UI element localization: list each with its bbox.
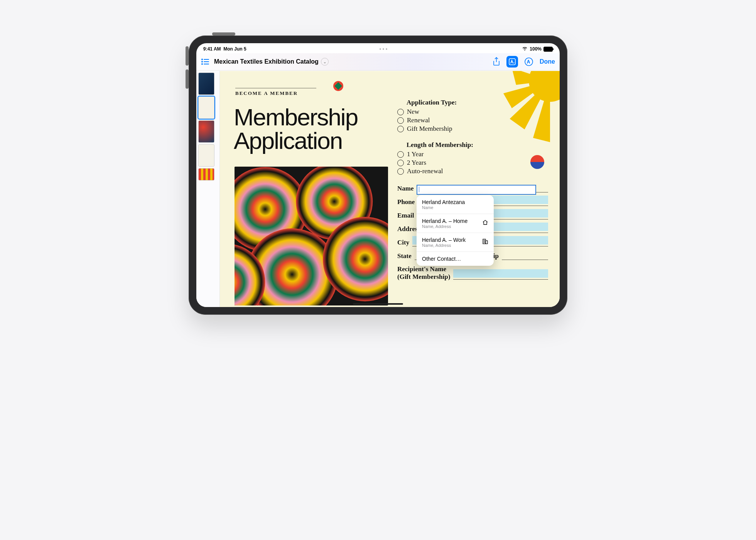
svg-point-2 bbox=[202, 61, 202, 62]
radio-renewal[interactable]: Renewal bbox=[397, 116, 548, 124]
sidebar-toggle-icon[interactable] bbox=[201, 58, 209, 65]
chevron-down-icon: ⌄ bbox=[321, 58, 329, 66]
radio-auto[interactable]: Auto-renewal bbox=[397, 167, 548, 175]
radio-2years[interactable]: 2 Years bbox=[397, 159, 548, 167]
volume-down bbox=[186, 69, 189, 89]
label-recipient: Recipient's Name (Gift Membership) bbox=[397, 265, 450, 281]
ipad-frame: 9:41 AM Mon Jun 5 ••• 100% Mexican Texti… bbox=[189, 35, 567, 315]
autofill-contact-home[interactable]: Herland A. – HomeName, Address bbox=[417, 214, 494, 233]
length-heading: Length of Membership: bbox=[407, 141, 548, 149]
toolbar: Mexican Textiles Exhibition Catalog ⌄ Do… bbox=[196, 53, 560, 71]
document-canvas: BECOME A MEMBER Membership Application bbox=[220, 71, 560, 307]
status-bar: 9:41 AM Mon Jun 5 ••• 100% bbox=[196, 43, 560, 53]
thumbnail-page-5[interactable] bbox=[198, 168, 214, 181]
volume-up bbox=[186, 46, 189, 66]
status-date: Mon Jun 5 bbox=[223, 46, 246, 52]
radio-icon bbox=[397, 160, 404, 166]
svg-rect-20 bbox=[486, 241, 488, 244]
radio-icon bbox=[397, 117, 404, 124]
label-state: State bbox=[397, 252, 412, 260]
battery-pct: 100% bbox=[530, 46, 542, 52]
status-time: 9:41 AM bbox=[203, 46, 221, 52]
label-phone: Phone bbox=[397, 198, 415, 206]
svg-point-4 bbox=[202, 64, 202, 64]
field-recipient[interactable] bbox=[453, 272, 548, 280]
kicker-rule bbox=[235, 88, 316, 88]
document-title-text: Mexican Textiles Exhibition Catalog bbox=[214, 58, 319, 65]
radio-gift[interactable]: Gift Membership bbox=[397, 125, 548, 133]
autofill-other-contact[interactable]: Other Contact… bbox=[417, 252, 494, 266]
thumbnail-page-2[interactable] bbox=[198, 96, 214, 119]
headline-line-1: Membership bbox=[234, 106, 358, 129]
wifi-icon bbox=[522, 46, 528, 52]
label-city: City bbox=[397, 239, 409, 246]
radio-icon bbox=[397, 126, 404, 132]
autofill-popup: Herland AntezanaName Herland A. – HomeNa… bbox=[417, 195, 494, 266]
power-button bbox=[212, 32, 235, 35]
label-name: Name bbox=[397, 185, 413, 192]
document-title[interactable]: Mexican Textiles Exhibition Catalog ⌄ bbox=[214, 58, 329, 66]
textile-artwork bbox=[235, 167, 388, 305]
markup-button[interactable] bbox=[506, 56, 518, 68]
autofill-icon[interactable] bbox=[524, 57, 533, 66]
radio-1year[interactable]: 1 Year bbox=[397, 150, 548, 158]
label-email: Email bbox=[397, 212, 414, 219]
kicker-text: BECOME A MEMBER bbox=[235, 90, 298, 96]
autofill-contact-work[interactable]: Herland A. – WorkName, Address bbox=[417, 233, 494, 252]
page-thumbnails bbox=[196, 71, 220, 307]
radio-new[interactable]: New bbox=[397, 108, 548, 116]
radio-icon bbox=[397, 168, 404, 175]
thumbnail-page-3[interactable] bbox=[198, 120, 214, 143]
done-button[interactable]: Done bbox=[540, 58, 555, 65]
radio-icon bbox=[397, 109, 404, 115]
field-zip[interactable] bbox=[502, 252, 548, 260]
medallion-graphic bbox=[333, 81, 343, 91]
svg-point-0 bbox=[202, 59, 202, 60]
autofill-contact-full[interactable]: Herland AntezanaName bbox=[417, 195, 494, 214]
thumbnail-page-4[interactable] bbox=[198, 144, 214, 167]
share-icon[interactable] bbox=[493, 57, 500, 66]
home-indicator[interactable] bbox=[353, 303, 403, 305]
home-icon bbox=[482, 219, 488, 227]
multitask-dots[interactable]: ••• bbox=[380, 46, 389, 52]
headline-line-2: Application bbox=[234, 129, 358, 153]
status-left: 9:41 AM Mon Jun 5 bbox=[203, 46, 246, 52]
headline: Membership Application bbox=[234, 106, 358, 153]
thumbnail-page-1[interactable] bbox=[198, 73, 214, 95]
name-input-active[interactable] bbox=[417, 185, 536, 195]
radio-icon bbox=[397, 151, 404, 158]
building-icon bbox=[482, 238, 488, 246]
app-type-heading: Application Type: bbox=[407, 99, 548, 106]
battery-icon bbox=[543, 47, 553, 52]
